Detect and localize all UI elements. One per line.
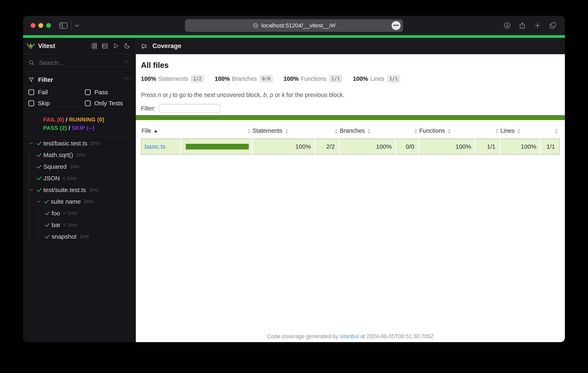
- sidebar-chevron-down-icon[interactable]: [74, 23, 80, 28]
- filter-checkbox-skip[interactable]: Skip: [28, 100, 85, 107]
- tree-item[interactable]: foo< 1ms: [23, 207, 136, 219]
- coverage-panel: Coverage All files 100%Statements2/2100%…: [136, 38, 565, 342]
- sort-icon: [248, 129, 251, 134]
- test-tree-view-icon[interactable]: [91, 43, 97, 49]
- column-header-statements[interactable]: Statements: [252, 125, 315, 139]
- share-icon[interactable]: [519, 22, 526, 29]
- lines-ratio-cell: 1/1: [540, 139, 559, 154]
- test-duration: 2ms: [90, 140, 100, 146]
- table-filter-label: Filter:: [141, 105, 156, 112]
- file-link[interactable]: basic.ts: [145, 143, 166, 150]
- filter-checkbox-only-tests[interactable]: Only Tests: [85, 100, 123, 107]
- table-filter-input[interactable]: [159, 104, 220, 113]
- dashboard-icon[interactable]: [102, 43, 108, 49]
- clear-search-filter-icon[interactable]: [124, 60, 130, 66]
- branches-pct-cell: 100%: [339, 139, 396, 154]
- test-label: snapshot: [52, 233, 76, 240]
- page-settings-button[interactable]: •••: [392, 21, 401, 30]
- indent-guide: [38, 207, 39, 242]
- sort-icon: [368, 129, 370, 134]
- column-header-branches[interactable]: Branches: [339, 125, 396, 139]
- metric-fraction-badge: 2/2: [191, 75, 204, 83]
- coverage-metrics: 100%Statements2/2100%Branches0/0100%Func…: [141, 74, 560, 83]
- chevron-down-icon[interactable]: [29, 187, 36, 193]
- lines-pct-cell: 100%: [500, 139, 540, 154]
- column-header-sorter[interactable]: [180, 125, 252, 139]
- chevron-down-icon[interactable]: [29, 141, 36, 146]
- url-bar[interactable]: localhost:51204/__vitest__/#/ •••: [185, 19, 403, 32]
- column-header-sorter[interactable]: [540, 125, 559, 139]
- column-header-file[interactable]: File: [141, 125, 180, 139]
- test-run-summary: FAIL (0) / RUNNING (0) PASS (2) / SKIP (…: [23, 112, 136, 137]
- column-header-lines[interactable]: Lines: [500, 125, 540, 139]
- indent-guide: [29, 149, 30, 242]
- pass-check-icon: [36, 152, 43, 158]
- coverage-header: Coverage: [136, 38, 565, 54]
- tree-item[interactable]: suite name2ms: [23, 196, 136, 207]
- tree-item[interactable]: JSON< 1ms: [23, 172, 136, 184]
- sidebar-toggle-icon[interactable]: [59, 22, 68, 30]
- url-text: localhost:51204/__vitest__/#/: [262, 22, 336, 29]
- pass-check-icon: [44, 222, 52, 228]
- test-label: suite name: [51, 198, 81, 205]
- tree-item[interactable]: test/suite.test.ts3ms: [23, 184, 136, 196]
- pass-check-icon: [36, 187, 43, 193]
- browser-toolbar: localhost:51204/__vitest__/#/ •••: [23, 16, 565, 35]
- checkbox-icon[interactable]: [28, 89, 34, 95]
- test-duration: 1ms: [76, 152, 85, 158]
- sort-icon: [335, 129, 338, 134]
- istanbul-link[interactable]: istanbul: [340, 333, 359, 340]
- coverage-title: Coverage: [152, 42, 181, 50]
- zoom-window-button[interactable]: [46, 23, 51, 28]
- metric-branches: 100%Branches0/0: [215, 75, 273, 83]
- filter-checkbox-pass[interactable]: Pass: [85, 89, 108, 96]
- pass-check-icon: [36, 175, 43, 181]
- checkbox-icon[interactable]: [85, 100, 91, 106]
- tree-item[interactable]: test/basic.test.ts2ms: [23, 137, 136, 149]
- traffic-lights: [31, 23, 51, 28]
- tree-item[interactable]: Math.sqrt()1ms: [23, 149, 136, 161]
- test-label: foo: [52, 210, 60, 217]
- tree-item[interactable]: snapshot1ms: [23, 231, 136, 242]
- dark-mode-toggle-icon[interactable]: [124, 43, 130, 49]
- sort-icon: [495, 129, 498, 134]
- app-title: Vitest: [38, 42, 55, 50]
- skip-count: SKIP (--): [72, 125, 94, 131]
- search-input[interactable]: [39, 59, 124, 66]
- column-header-functions[interactable]: Functions: [419, 125, 475, 139]
- tree-item[interactable]: bar< 1ms: [23, 219, 136, 231]
- new-tab-icon[interactable]: [534, 22, 541, 29]
- file-cell: basic.ts: [141, 139, 180, 154]
- checkbox-icon[interactable]: [85, 89, 91, 95]
- column-header-sorter[interactable]: [475, 125, 500, 139]
- tab-overview-icon[interactable]: [549, 22, 557, 30]
- coverage-table: FileStatementsBranchesFunctionsLines bas…: [141, 125, 560, 155]
- filter-checkbox-fail[interactable]: Fail: [28, 89, 85, 96]
- all-files-heading: All files: [141, 61, 560, 69]
- test-progress-bar: [23, 35, 565, 38]
- column-header-sorter[interactable]: [315, 125, 339, 139]
- chevron-down-icon[interactable]: [36, 199, 43, 204]
- test-label: JSON: [43, 175, 60, 182]
- test-duration: 1ms: [69, 164, 79, 169]
- downloads-icon[interactable]: [504, 22, 511, 29]
- close-window-button[interactable]: [31, 23, 35, 28]
- checkbox-icon[interactable]: [28, 100, 34, 106]
- clear-filter-icon[interactable]: [124, 77, 130, 83]
- test-label: test/suite.test.ts: [43, 186, 86, 193]
- coverage-status-bar: [136, 115, 565, 120]
- column-header-sorter[interactable]: [396, 125, 419, 139]
- test-duration: 2ms: [84, 198, 93, 205]
- sidebar-header: Vitest: [23, 38, 136, 54]
- minimize-window-button[interactable]: [39, 23, 43, 28]
- run-all-tests-icon[interactable]: [113, 43, 119, 49]
- filter-title: Filter: [38, 76, 53, 83]
- test-label: Squared: [43, 163, 66, 170]
- fail-count: FAIL (0): [43, 117, 64, 123]
- pass-check-icon: [36, 164, 43, 170]
- table-row[interactable]: basic.ts 100% 2/2 100% 0/0 100% 1/1 100%…: [141, 139, 559, 154]
- functions-ratio-cell: 1/1: [475, 139, 500, 154]
- coverage-footer: Code coverage generated by istanbul at 2…: [136, 333, 565, 340]
- test-duration: < 1ms: [63, 210, 77, 216]
- tree-item[interactable]: Squared1ms: [23, 161, 136, 172]
